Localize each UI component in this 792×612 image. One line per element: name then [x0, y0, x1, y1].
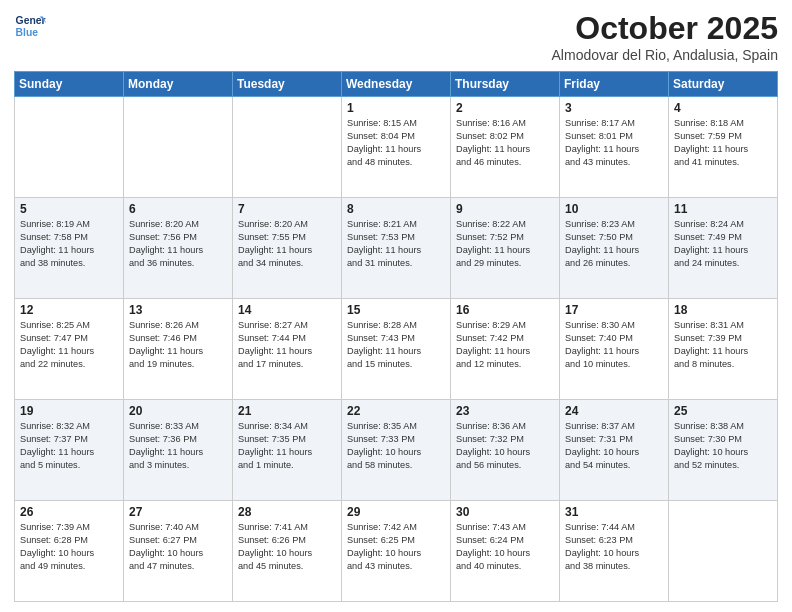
day-info: Sunrise: 8:30 AM Sunset: 7:40 PM Dayligh…	[565, 319, 663, 371]
day-number: 21	[238, 404, 336, 418]
calendar-week-1: 1Sunrise: 8:15 AM Sunset: 8:04 PM Daylig…	[15, 97, 778, 198]
calendar-cell: 14Sunrise: 8:27 AM Sunset: 7:44 PM Dayli…	[233, 299, 342, 400]
day-number: 16	[456, 303, 554, 317]
day-info: Sunrise: 8:15 AM Sunset: 8:04 PM Dayligh…	[347, 117, 445, 169]
day-number: 1	[347, 101, 445, 115]
day-info: Sunrise: 8:17 AM Sunset: 8:01 PM Dayligh…	[565, 117, 663, 169]
calendar-cell: 27Sunrise: 7:40 AM Sunset: 6:27 PM Dayli…	[124, 501, 233, 602]
calendar-cell: 3Sunrise: 8:17 AM Sunset: 8:01 PM Daylig…	[560, 97, 669, 198]
day-info: Sunrise: 7:39 AM Sunset: 6:28 PM Dayligh…	[20, 521, 118, 573]
calendar-week-3: 12Sunrise: 8:25 AM Sunset: 7:47 PM Dayli…	[15, 299, 778, 400]
day-info: Sunrise: 8:19 AM Sunset: 7:58 PM Dayligh…	[20, 218, 118, 270]
svg-text:Blue: Blue	[16, 27, 39, 38]
day-number: 31	[565, 505, 663, 519]
day-info: Sunrise: 8:36 AM Sunset: 7:32 PM Dayligh…	[456, 420, 554, 472]
weekday-thursday: Thursday	[451, 72, 560, 97]
calendar-cell: 30Sunrise: 7:43 AM Sunset: 6:24 PM Dayli…	[451, 501, 560, 602]
day-number: 2	[456, 101, 554, 115]
weekday-tuesday: Tuesday	[233, 72, 342, 97]
day-number: 9	[456, 202, 554, 216]
logo-icon: General Blue	[14, 10, 46, 42]
day-info: Sunrise: 8:20 AM Sunset: 7:55 PM Dayligh…	[238, 218, 336, 270]
calendar-cell: 8Sunrise: 8:21 AM Sunset: 7:53 PM Daylig…	[342, 198, 451, 299]
calendar-cell: 21Sunrise: 8:34 AM Sunset: 7:35 PM Dayli…	[233, 400, 342, 501]
calendar-cell	[124, 97, 233, 198]
calendar-week-2: 5Sunrise: 8:19 AM Sunset: 7:58 PM Daylig…	[15, 198, 778, 299]
calendar-cell	[669, 501, 778, 602]
day-number: 25	[674, 404, 772, 418]
day-number: 12	[20, 303, 118, 317]
day-info: Sunrise: 7:40 AM Sunset: 6:27 PM Dayligh…	[129, 521, 227, 573]
location: Almodovar del Rio, Andalusia, Spain	[552, 47, 778, 63]
day-info: Sunrise: 8:24 AM Sunset: 7:49 PM Dayligh…	[674, 218, 772, 270]
calendar-cell: 26Sunrise: 7:39 AM Sunset: 6:28 PM Dayli…	[15, 501, 124, 602]
day-number: 29	[347, 505, 445, 519]
day-info: Sunrise: 8:35 AM Sunset: 7:33 PM Dayligh…	[347, 420, 445, 472]
day-number: 30	[456, 505, 554, 519]
day-info: Sunrise: 8:26 AM Sunset: 7:46 PM Dayligh…	[129, 319, 227, 371]
calendar-week-5: 26Sunrise: 7:39 AM Sunset: 6:28 PM Dayli…	[15, 501, 778, 602]
calendar-cell: 19Sunrise: 8:32 AM Sunset: 7:37 PM Dayli…	[15, 400, 124, 501]
day-number: 6	[129, 202, 227, 216]
day-info: Sunrise: 8:25 AM Sunset: 7:47 PM Dayligh…	[20, 319, 118, 371]
calendar-cell: 7Sunrise: 8:20 AM Sunset: 7:55 PM Daylig…	[233, 198, 342, 299]
calendar-cell: 11Sunrise: 8:24 AM Sunset: 7:49 PM Dayli…	[669, 198, 778, 299]
day-number: 19	[20, 404, 118, 418]
day-info: Sunrise: 7:41 AM Sunset: 6:26 PM Dayligh…	[238, 521, 336, 573]
day-number: 7	[238, 202, 336, 216]
day-number: 22	[347, 404, 445, 418]
calendar-cell: 13Sunrise: 8:26 AM Sunset: 7:46 PM Dayli…	[124, 299, 233, 400]
calendar-cell: 6Sunrise: 8:20 AM Sunset: 7:56 PM Daylig…	[124, 198, 233, 299]
day-info: Sunrise: 8:33 AM Sunset: 7:36 PM Dayligh…	[129, 420, 227, 472]
day-number: 8	[347, 202, 445, 216]
day-number: 24	[565, 404, 663, 418]
day-info: Sunrise: 8:23 AM Sunset: 7:50 PM Dayligh…	[565, 218, 663, 270]
title-block: October 2025 Almodovar del Rio, Andalusi…	[552, 10, 778, 63]
calendar-cell: 17Sunrise: 8:30 AM Sunset: 7:40 PM Dayli…	[560, 299, 669, 400]
calendar-cell: 31Sunrise: 7:44 AM Sunset: 6:23 PM Dayli…	[560, 501, 669, 602]
day-number: 18	[674, 303, 772, 317]
day-number: 4	[674, 101, 772, 115]
day-info: Sunrise: 7:42 AM Sunset: 6:25 PM Dayligh…	[347, 521, 445, 573]
day-number: 17	[565, 303, 663, 317]
day-number: 28	[238, 505, 336, 519]
header: General Blue October 2025 Almodovar del …	[14, 10, 778, 63]
calendar-cell: 15Sunrise: 8:28 AM Sunset: 7:43 PM Dayli…	[342, 299, 451, 400]
calendar-cell: 22Sunrise: 8:35 AM Sunset: 7:33 PM Dayli…	[342, 400, 451, 501]
page: General Blue October 2025 Almodovar del …	[0, 0, 792, 612]
weekday-monday: Monday	[124, 72, 233, 97]
day-number: 20	[129, 404, 227, 418]
month-title: October 2025	[552, 10, 778, 47]
day-info: Sunrise: 8:38 AM Sunset: 7:30 PM Dayligh…	[674, 420, 772, 472]
calendar-cell: 23Sunrise: 8:36 AM Sunset: 7:32 PM Dayli…	[451, 400, 560, 501]
day-info: Sunrise: 8:28 AM Sunset: 7:43 PM Dayligh…	[347, 319, 445, 371]
day-number: 13	[129, 303, 227, 317]
calendar-cell: 28Sunrise: 7:41 AM Sunset: 6:26 PM Dayli…	[233, 501, 342, 602]
day-info: Sunrise: 8:21 AM Sunset: 7:53 PM Dayligh…	[347, 218, 445, 270]
day-number: 3	[565, 101, 663, 115]
calendar-cell: 18Sunrise: 8:31 AM Sunset: 7:39 PM Dayli…	[669, 299, 778, 400]
calendar-cell: 29Sunrise: 7:42 AM Sunset: 6:25 PM Dayli…	[342, 501, 451, 602]
day-info: Sunrise: 7:44 AM Sunset: 6:23 PM Dayligh…	[565, 521, 663, 573]
calendar-cell: 2Sunrise: 8:16 AM Sunset: 8:02 PM Daylig…	[451, 97, 560, 198]
calendar-week-4: 19Sunrise: 8:32 AM Sunset: 7:37 PM Dayli…	[15, 400, 778, 501]
calendar-cell: 4Sunrise: 8:18 AM Sunset: 7:59 PM Daylig…	[669, 97, 778, 198]
day-info: Sunrise: 8:31 AM Sunset: 7:39 PM Dayligh…	[674, 319, 772, 371]
day-number: 14	[238, 303, 336, 317]
day-info: Sunrise: 8:20 AM Sunset: 7:56 PM Dayligh…	[129, 218, 227, 270]
calendar-cell: 20Sunrise: 8:33 AM Sunset: 7:36 PM Dayli…	[124, 400, 233, 501]
day-info: Sunrise: 8:37 AM Sunset: 7:31 PM Dayligh…	[565, 420, 663, 472]
weekday-saturday: Saturday	[669, 72, 778, 97]
day-number: 27	[129, 505, 227, 519]
calendar-cell: 25Sunrise: 8:38 AM Sunset: 7:30 PM Dayli…	[669, 400, 778, 501]
day-info: Sunrise: 8:34 AM Sunset: 7:35 PM Dayligh…	[238, 420, 336, 472]
calendar-cell: 9Sunrise: 8:22 AM Sunset: 7:52 PM Daylig…	[451, 198, 560, 299]
logo: General Blue	[14, 10, 46, 42]
weekday-sunday: Sunday	[15, 72, 124, 97]
day-number: 5	[20, 202, 118, 216]
calendar-cell: 1Sunrise: 8:15 AM Sunset: 8:04 PM Daylig…	[342, 97, 451, 198]
day-info: Sunrise: 8:27 AM Sunset: 7:44 PM Dayligh…	[238, 319, 336, 371]
weekday-friday: Friday	[560, 72, 669, 97]
day-info: Sunrise: 7:43 AM Sunset: 6:24 PM Dayligh…	[456, 521, 554, 573]
day-number: 15	[347, 303, 445, 317]
